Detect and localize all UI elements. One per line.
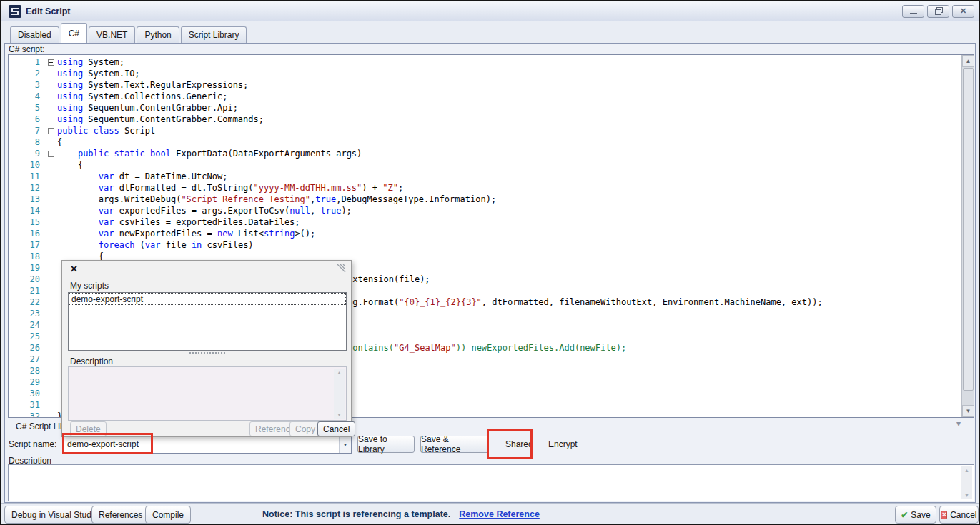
line-number: 21	[9, 285, 44, 296]
fold-guide	[44, 194, 57, 205]
code-fragment: ng.Format("{0}_{1}_{2}{3}", dtFormatted,…	[347, 296, 823, 308]
save-button[interactable]: ✔ Save	[895, 506, 936, 524]
line-number: 28	[9, 365, 44, 376]
line-number: 16	[9, 228, 44, 239]
tab-script-library[interactable]: Script Library	[181, 26, 247, 43]
scroll-down-icon[interactable]: ▼	[964, 493, 969, 498]
line-number: 30	[9, 388, 44, 399]
line-number: 4	[9, 91, 44, 102]
script-list-item[interactable]: demo-export-script	[69, 293, 346, 305]
scrollbar-thumb[interactable]	[963, 68, 974, 391]
popup-description-textarea[interactable]: ▲ ▼	[68, 366, 347, 421]
restore-button[interactable]	[927, 5, 949, 18]
scroll-down-icon[interactable]: ▼	[962, 405, 974, 417]
delete-button[interactable]: Delete	[70, 421, 107, 436]
editor-scrollbar[interactable]: ▲ ▼	[961, 55, 974, 417]
fold-guide	[44, 228, 57, 239]
collapse-chevron-icon[interactable]: ▾	[956, 419, 961, 429]
fold-guide	[44, 376, 57, 388]
popup-cancel-button[interactable]: Cancel	[317, 421, 355, 436]
fold-guide	[44, 251, 57, 262]
popup-resize-grip-icon[interactable]	[335, 264, 347, 276]
debug-in-visual-studio-button[interactable]: Debug in Visual Studio	[4, 506, 105, 524]
copy-button[interactable]: Copy	[289, 421, 321, 436]
line-number: 12	[9, 182, 44, 194]
code-line: 12 var dtFormatted = dt.ToString("yyyy-M…	[9, 182, 959, 194]
line-number: 22	[9, 296, 44, 308]
references-button[interactable]: References	[91, 506, 149, 524]
save-check-icon: ✔	[901, 510, 908, 520]
textarea-scrollbar[interactable]: ▲ ▼	[334, 369, 345, 419]
fold-guide	[44, 205, 57, 216]
textarea-scrollbar[interactable]: ▲ ▼	[961, 466, 972, 499]
script-name-dropdown-icon[interactable]: ▼	[339, 436, 351, 453]
line-number: 27	[9, 354, 44, 365]
tab-strip: Disabled C# VB.NET Python Script Library	[1, 21, 979, 43]
description-textarea[interactable]: ▲ ▼	[8, 464, 974, 501]
scroll-up-icon[interactable]: ▲	[962, 55, 974, 67]
footer-bar: Debug in Visual Studio References Compil…	[1, 503, 979, 525]
code-line: 9 public static bool ExportData(DataExpo…	[9, 148, 959, 159]
fold-guide	[44, 136, 57, 148]
line-number: 5	[9, 102, 44, 114]
scroll-up-icon[interactable]: ▲	[337, 370, 342, 375]
code-line: 14 var exportedFiles = args.ExportToCsv(…	[9, 205, 959, 216]
fold-guide	[44, 319, 57, 331]
my-scripts-popup: ✕ My scripts demo-export-script Descript…	[61, 260, 352, 437]
fold-guide	[44, 159, 57, 171]
code-line: 3using System.Text.RegularExpressions;	[9, 79, 959, 91]
line-number: 31	[9, 399, 44, 411]
compile-button[interactable]: Compile	[145, 506, 191, 524]
shared-checkbox-label: Shared	[505, 439, 533, 449]
minimize-button[interactable]	[902, 5, 924, 18]
code-line: 1using System;	[9, 56, 959, 68]
code-line: 4using System.Collections.Generic;	[9, 91, 959, 102]
code-line: 2using System.IO;	[9, 68, 959, 79]
fold-guide	[44, 102, 57, 114]
code-line: 8{	[9, 136, 959, 148]
notice-text: Notice: This script is referencing a tem…	[262, 509, 450, 519]
window-controls: ✕	[902, 5, 974, 18]
code-line: 15 var csvFiles = exportedFiles.DataFile…	[9, 216, 959, 228]
line-number: 17	[9, 239, 44, 251]
scroll-up-icon[interactable]: ▲	[964, 468, 969, 473]
fold-guide	[44, 68, 57, 79]
splitter-handle[interactable]	[189, 352, 225, 355]
tab-csharp[interactable]: C#	[61, 23, 87, 43]
restore-icon	[935, 9, 941, 14]
fold-guide	[44, 308, 57, 319]
code-line: 5using Sequentum.ContentGrabber.Api;	[9, 102, 959, 114]
line-number: 1	[9, 56, 44, 68]
tab-vbnet[interactable]: VB.NET	[89, 26, 135, 43]
edit-script-dialog: Edit Script ✕ Disabled C# VB.NET Python …	[0, 0, 980, 525]
line-number: 24	[9, 319, 44, 331]
popup-close-icon[interactable]: ✕	[70, 264, 78, 274]
script-name-input[interactable]: demo-export-script ▼	[62, 435, 352, 454]
fold-guide	[44, 331, 57, 342]
fold-collapse-icon[interactable]	[44, 148, 57, 159]
remove-reference-link[interactable]: Remove Reference	[459, 509, 540, 519]
editor-label: C# script:	[9, 44, 45, 54]
code-line: 7public class Script	[9, 125, 959, 136]
save-and-reference-button[interactable]: Save & Reference	[420, 436, 489, 453]
save-to-library-button[interactable]: Save to Library	[357, 436, 415, 453]
line-number: 19	[9, 262, 44, 274]
tab-disabled[interactable]: Disabled	[10, 26, 59, 43]
tab-python[interactable]: Python	[137, 26, 179, 43]
fold-guide	[44, 342, 57, 354]
code-line: 11 var dt = DateTime.UtcNow;	[9, 171, 959, 182]
fold-guide	[44, 388, 57, 399]
app-icon	[9, 5, 21, 18]
fold-guide	[44, 296, 57, 308]
line-number: 11	[9, 171, 44, 182]
window-title: Edit Script	[26, 6, 71, 16]
scroll-down-icon[interactable]: ▼	[337, 412, 342, 417]
title-bar[interactable]: Edit Script ✕	[1, 1, 979, 21]
fold-collapse-icon[interactable]	[44, 125, 57, 136]
close-button[interactable]: ✕	[952, 5, 974, 18]
scripts-listbox[interactable]: demo-export-script	[68, 292, 347, 351]
fold-collapse-icon[interactable]	[44, 56, 57, 68]
fold-guide	[44, 79, 57, 91]
fold-guide	[44, 411, 57, 418]
cancel-button[interactable]: ✕ Cancel	[939, 506, 979, 524]
